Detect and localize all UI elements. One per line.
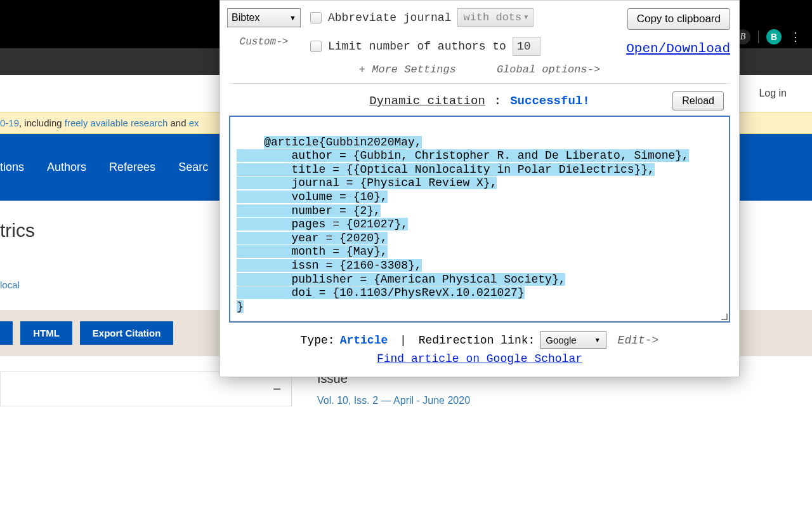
extension-letter: B: [740, 32, 746, 42]
citation-extension-popup: Bibtex ▼ Custom-> Abbreviate journal wit…: [219, 0, 740, 377]
export-citation-button[interactable]: Export Citation: [80, 321, 174, 345]
redirect-value: Google: [546, 335, 576, 345]
format-select[interactable]: Bibtex ▼: [227, 8, 301, 27]
chevron-down-icon: ▼: [594, 337, 601, 344]
with-dots-select[interactable]: with dots ▼: [457, 8, 534, 27]
type-separator: |: [393, 334, 413, 347]
login-link[interactable]: Log in: [759, 88, 787, 99]
nav-item-collections[interactable]: tions: [0, 161, 24, 174]
reload-button[interactable]: Reload: [672, 91, 724, 110]
dynamic-colon: :: [494, 94, 501, 108]
format-select-value: Bibtex: [232, 12, 259, 23]
avatar-letter: B: [771, 32, 777, 42]
redirect-label: Redirection link:: [419, 334, 535, 347]
divider: [229, 83, 730, 84]
nav-item-authors[interactable]: Authors: [47, 161, 86, 174]
nav-item-search[interactable]: Searc: [178, 161, 208, 174]
limit-authors-input[interactable]: [513, 37, 540, 56]
dynamic-citation-status: Successful!: [510, 94, 589, 108]
nav-item-referees[interactable]: Referees: [109, 161, 155, 174]
banner-text-1: , including: [19, 117, 65, 128]
issue-link[interactable]: Vol. 10, Iss. 2 — April - June 2020: [317, 395, 470, 406]
chevron-down-icon: ▼: [524, 14, 528, 21]
citation-textarea[interactable]: @article{Gubbin2020May, author = {Gubbin…: [229, 116, 730, 323]
abbreviate-checkbox[interactable]: [310, 12, 322, 23]
open-download-link[interactable]: Open/Download: [626, 41, 730, 56]
limit-authors-label: Limit number of authors to: [328, 40, 506, 53]
banner-link-covid[interactable]: 0-19: [0, 117, 19, 128]
more-settings-link[interactable]: + More Settings: [359, 64, 456, 76]
type-value: Article: [340, 334, 388, 347]
dynamic-citation-label: Dynamic citation: [369, 94, 485, 108]
local-link[interactable]: local: [0, 279, 20, 290]
browser-menu-button[interactable]: ⋮: [789, 30, 802, 44]
edit-link[interactable]: Edit->: [618, 334, 659, 347]
with-dots-value: with dots: [463, 11, 521, 23]
copy-clipboard-button[interactable]: Copy to clipboard: [627, 8, 730, 30]
resize-handle[interactable]: [720, 312, 728, 320]
limit-authors-checkbox[interactable]: [310, 41, 322, 52]
global-options-link[interactable]: Global options->: [497, 64, 600, 76]
toolbar-separator: [758, 30, 759, 43]
banner-text-2: and: [167, 117, 188, 128]
chevron-down-icon: ▼: [289, 14, 296, 22]
html-button[interactable]: HTML: [20, 321, 72, 345]
type-label: Type:: [301, 334, 335, 347]
redirect-select[interactable]: Google ▼: [540, 331, 606, 349]
abbreviate-label: Abbreviate journal: [328, 11, 451, 24]
collapse-toggle[interactable]: −: [273, 381, 281, 398]
pdf-button-partial[interactable]: [0, 321, 13, 345]
banner-link-ex[interactable]: ex: [189, 117, 199, 128]
profile-avatar[interactable]: B: [766, 29, 782, 44]
google-scholar-link[interactable]: Find article on Google Scholar: [377, 352, 582, 365]
banner-link-research[interactable]: freely available research: [65, 117, 168, 128]
custom-link[interactable]: Custom->: [240, 36, 289, 48]
